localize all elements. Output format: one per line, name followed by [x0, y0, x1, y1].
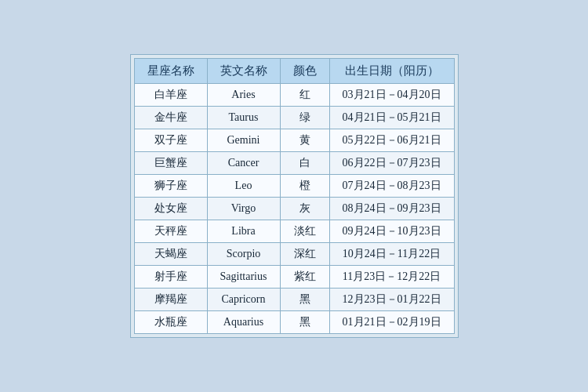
header-dates: 出生日期（阳历）	[329, 59, 454, 84]
zodiac-english-name: Taurus	[207, 107, 280, 129]
table-row: 天蝎座Scorpio深红10月24日－11月22日	[134, 243, 454, 266]
zodiac-color: 红	[280, 84, 329, 107]
zodiac-color: 灰	[280, 198, 329, 220]
zodiac-english-name: Virgo	[207, 198, 280, 220]
header-color: 颜色	[280, 59, 329, 84]
zodiac-color: 深红	[280, 243, 329, 266]
header-english-name: 英文名称	[207, 59, 280, 84]
zodiac-dates: 04月21日－05月21日	[329, 107, 454, 129]
zodiac-english-name: Sagittarius	[207, 266, 280, 289]
zodiac-color: 黑	[280, 289, 329, 311]
zodiac-color: 白	[280, 152, 329, 175]
table-row: 处女座Virgo灰08月24日－09月23日	[134, 198, 454, 220]
table-row: 白羊座Aries红03月21日－04月20日	[134, 84, 454, 107]
zodiac-chinese-name: 天蝎座	[134, 243, 207, 266]
zodiac-color: 淡红	[280, 220, 329, 243]
zodiac-dates: 01月21日－02月19日	[329, 311, 454, 334]
table-row: 双子座Gemini黄05月22日－06月21日	[134, 129, 454, 152]
zodiac-chinese-name: 摩羯座	[134, 289, 207, 311]
zodiac-color: 绿	[280, 107, 329, 129]
header-chinese-name: 星座名称	[134, 59, 207, 84]
table-row: 射手座Sagittarius紫红11月23日－12月22日	[134, 266, 454, 289]
zodiac-dates: 08月24日－09月23日	[329, 198, 454, 220]
zodiac-english-name: Capricorn	[207, 289, 280, 311]
zodiac-dates: 03月21日－04月20日	[329, 84, 454, 107]
zodiac-color: 紫红	[280, 266, 329, 289]
zodiac-chinese-name: 天秤座	[134, 220, 207, 243]
zodiac-english-name: Aries	[207, 84, 280, 107]
zodiac-chinese-name: 双子座	[134, 129, 207, 152]
table-row: 巨蟹座Cancer白06月22日－07月23日	[134, 152, 454, 175]
zodiac-chinese-name: 射手座	[134, 266, 207, 289]
zodiac-chinese-name: 水瓶座	[134, 311, 207, 334]
zodiac-dates: 06月22日－07月23日	[329, 152, 454, 175]
zodiac-table: 星座名称 英文名称 颜色 出生日期（阳历） 白羊座Aries红03月21日－04…	[134, 58, 455, 334]
zodiac-color: 黄	[280, 129, 329, 152]
zodiac-chinese-name: 狮子座	[134, 175, 207, 198]
zodiac-english-name: Leo	[207, 175, 280, 198]
zodiac-dates: 10月24日－11月22日	[329, 243, 454, 266]
zodiac-chinese-name: 白羊座	[134, 84, 207, 107]
zodiac-color: 黑	[280, 311, 329, 334]
table-row: 摩羯座Capricorn黑12月23日－01月22日	[134, 289, 454, 311]
zodiac-english-name: Aquarius	[207, 311, 280, 334]
table-row: 金牛座Taurus绿04月21日－05月21日	[134, 107, 454, 129]
zodiac-english-name: Cancer	[207, 152, 280, 175]
table-row: 天秤座Libra淡红09月24日－10月23日	[134, 220, 454, 243]
zodiac-chinese-name: 巨蟹座	[134, 152, 207, 175]
zodiac-english-name: Gemini	[207, 129, 280, 152]
table-header-row: 星座名称 英文名称 颜色 出生日期（阳历）	[134, 59, 454, 84]
zodiac-table-container: 星座名称 英文名称 颜色 出生日期（阳历） 白羊座Aries红03月21日－04…	[130, 54, 459, 338]
zodiac-chinese-name: 金牛座	[134, 107, 207, 129]
zodiac-color: 橙	[280, 175, 329, 198]
zodiac-dates: 07月24日－08月23日	[329, 175, 454, 198]
zodiac-dates: 12月23日－01月22日	[329, 289, 454, 311]
zodiac-chinese-name: 处女座	[134, 198, 207, 220]
zodiac-dates: 11月23日－12月22日	[329, 266, 454, 289]
table-row: 狮子座Leo橙07月24日－08月23日	[134, 175, 454, 198]
zodiac-english-name: Scorpio	[207, 243, 280, 266]
zodiac-dates: 09月24日－10月23日	[329, 220, 454, 243]
zodiac-dates: 05月22日－06月21日	[329, 129, 454, 152]
zodiac-english-name: Libra	[207, 220, 280, 243]
table-row: 水瓶座Aquarius黑01月21日－02月19日	[134, 311, 454, 334]
